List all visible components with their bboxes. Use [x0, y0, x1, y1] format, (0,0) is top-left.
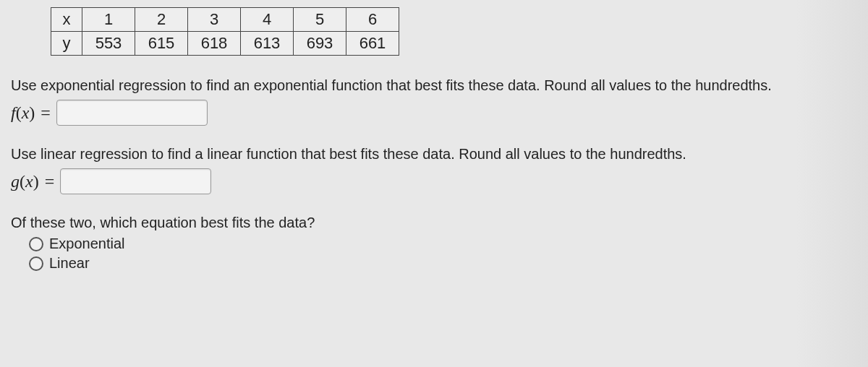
choice-exponential[interactable]: Exponential: [29, 236, 857, 252]
equals-sign: =: [41, 103, 51, 123]
question-linear: Use linear regression to find a linear f…: [11, 144, 857, 194]
prompt-text: Of these two, which equation best fits t…: [11, 213, 857, 233]
cell: 1: [82, 8, 135, 32]
row-header-y: y: [51, 32, 82, 56]
cell: 693: [294, 32, 346, 56]
question-bestfit: Of these two, which equation best fits t…: [11, 213, 857, 272]
question-exponential: Use exponential regression to find an ex…: [11, 76, 857, 126]
cell: 6: [346, 8, 399, 32]
cell: 3: [188, 8, 241, 32]
choice-linear[interactable]: Linear: [29, 255, 857, 272]
cell: 553: [82, 32, 135, 56]
data-table: x 1 2 3 4 5 6 y 553 615 618 613 693 661: [51, 7, 399, 56]
radio-icon: [29, 256, 43, 271]
choice-label: Exponential: [49, 236, 125, 252]
cell: 4: [241, 8, 294, 32]
cell: 615: [135, 32, 188, 56]
table-row: x 1 2 3 4 5 6: [51, 8, 399, 32]
fx-input[interactable]: [56, 100, 208, 126]
row-header-x: x: [51, 8, 82, 32]
cell: 5: [294, 8, 346, 32]
fx-label: f(x): [11, 103, 35, 123]
prompt-text: Use linear regression to find a linear f…: [11, 144, 857, 164]
table-row: y 553 615 618 613 693 661: [51, 32, 399, 56]
equals-sign: =: [45, 172, 55, 191]
gx-input[interactable]: [60, 168, 211, 194]
radio-icon: [29, 237, 43, 251]
cell: 661: [346, 32, 399, 56]
gx-label: g(x): [11, 172, 39, 191]
prompt-text: Use exponential regression to find an ex…: [11, 76, 857, 95]
choice-label: Linear: [49, 255, 90, 272]
cell: 2: [135, 8, 188, 32]
cell: 618: [188, 32, 241, 56]
cell: 613: [241, 32, 294, 56]
